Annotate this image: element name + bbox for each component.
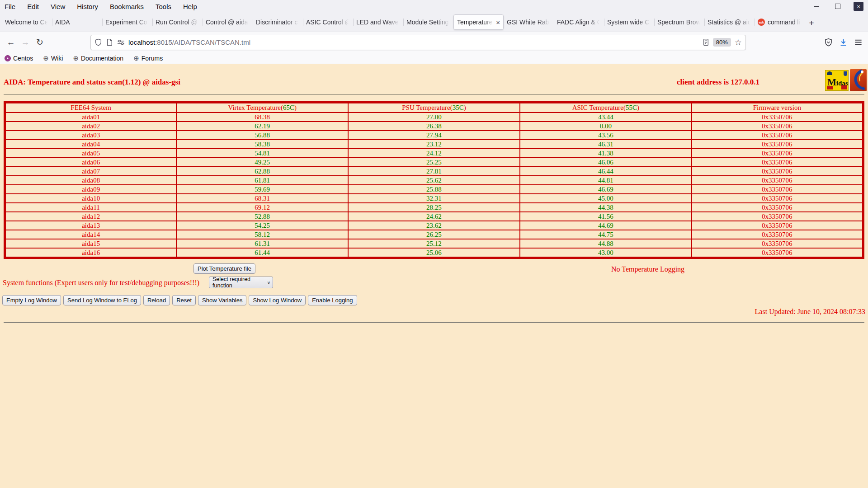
maximize-icon[interactable] [832,2,844,11]
tab-label: Temperature [457,19,494,26]
bookmark-wiki[interactable]: ⊕Wiki [43,54,63,62]
psu-temp-cell: 25.06 [348,248,520,258]
menu-history[interactable]: History [77,3,98,10]
browser-tab[interactable]: Welcome to Ce [2,14,52,30]
fee64-name-cell: aida12 [5,212,177,221]
pocket-save-icon[interactable] [824,38,833,47]
menu-bar: FileEditViewHistoryBookmarksToolsHelp × [0,0,868,13]
table-row: aida0554.8124.1241.380x3350706 [5,149,863,158]
column-header: ASIC Temperature(55C) [520,103,692,113]
menu-help[interactable]: Help [183,3,197,10]
tab-close-icon[interactable]: × [494,19,500,26]
psu-temp-cell: 27.00 [348,113,520,122]
header-threshold: 55C [626,104,637,111]
table-row: aida0458.3823.1246.310x3350706 [5,140,863,149]
browser-tab[interactable]: Discriminator c [253,14,303,30]
browser-tab[interactable]: ASIC Control @ [303,14,353,30]
browser-tab[interactable]: Spectrum Brow [654,14,704,30]
function-select[interactable]: Select required function ∨ [209,277,273,288]
header-threshold: 65C [283,104,294,111]
virtex-temp-cell: 62.19 [176,122,348,131]
psu-temp-cell: 25.12 [348,239,520,248]
empty-log-window-button[interactable]: Empty Log Window [2,295,61,305]
action-button-row: Empty Log WindowSend Log Window to ELogR… [2,295,357,305]
browser-tab[interactable]: AIDA [52,14,102,30]
reader-mode-icon[interactable] [703,38,709,46]
bookmark-forums[interactable]: ⊕Forums [133,54,163,62]
firmware-cell: 0x3350706 [692,230,863,239]
tab-label: Spectrum Brow [657,19,701,26]
menu-view[interactable]: View [51,3,65,10]
reset-button[interactable]: Reset [172,295,196,305]
browser-tab[interactable]: System wide C [604,14,654,30]
bookmark-centos[interactable]: Centos [5,55,33,62]
browser-tab[interactable]: Module Setting [403,14,453,30]
menu-edit[interactable]: Edit [27,3,39,10]
fee64-name-cell: aida13 [5,221,177,230]
browser-tab[interactable]: Temperature× [453,14,504,30]
menu-file[interactable]: File [5,3,15,10]
psu-temp-cell: 27.94 [348,131,520,140]
back-icon[interactable]: ← [4,36,18,49]
firmware-cell: 0x3350706 [692,221,863,230]
browser-tab[interactable]: FADC Align & C [554,14,604,30]
reload-button[interactable]: Reload [143,295,170,305]
browser-tab[interactable]: Control @ aida [203,14,253,30]
header-label: Firmware version [753,104,801,111]
close-icon[interactable]: × [854,2,863,11]
show-variables-button[interactable]: Show Variables [198,295,246,305]
fee64-name-cell: aida02 [5,122,177,131]
browser-tab[interactable]: Experiment Co [102,14,152,30]
enable-logging-button[interactable]: Enable Logging [308,295,357,305]
bookmark-star-icon[interactable]: ☆ [735,38,742,47]
plot-temperature-button[interactable]: Plot Temperature file [193,263,255,274]
browser-tab[interactable]: GSI White Rab [504,14,554,30]
bookmark-documentation[interactable]: ⊕Documentation [73,54,123,62]
table-row: aida0861.8125.6244.810x3350706 [5,176,863,185]
psu-temp-cell: 23.12 [348,140,520,149]
virtex-temp-cell: 54.25 [176,221,348,230]
column-header: PSU Temperature(35C) [348,103,520,113]
temperature-table: FEE64 SystemVirtex Temperature(65C)PSU T… [4,101,864,259]
browser-chrome: FileEditViewHistoryBookmarksToolsHelp × … [0,0,868,64]
menu-tools[interactable]: Tools [156,3,171,10]
tab-label: AIDA [55,19,99,26]
header-label: ) [294,104,297,111]
minimize-icon[interactable] [810,2,822,11]
fee64-name-cell: aida05 [5,149,177,158]
menu-bookmarks[interactable]: Bookmarks [110,3,144,10]
url-bar[interactable]: localhost:8015/AIDA/TSCAN/TSCAN.tml 80% … [90,35,746,50]
send-log-window-to-elog-button[interactable]: Send Log Window to ELog [63,295,141,305]
new-tab-button[interactable]: + [805,16,818,30]
show-log-window-button[interactable]: Show Log Window [249,295,306,305]
tab-strip: Welcome to CeAIDAExperiment CoRun Contro… [2,14,805,30]
asic-temp-cell: 44.81 [520,176,692,185]
table-row: aida1252.8824.6241.560x3350706 [5,212,863,221]
table-row: aida0356.8827.9443.560x3350706 [5,131,863,140]
forward-icon[interactable]: → [18,36,33,49]
ask-favicon: ask [758,19,765,26]
reload-icon[interactable]: ↻ [33,36,47,49]
tab-label: GSI White Rab [507,19,551,26]
function-select-value: Select required function [212,276,264,289]
psu-temp-cell: 24.12 [348,149,520,158]
menu-hamburger-icon[interactable] [854,38,863,47]
zoom-level-button[interactable]: 80% [713,38,731,47]
asic-temp-cell: 43.56 [520,131,692,140]
download-icon[interactable] [839,38,848,47]
tab-label: Module Setting [406,19,450,26]
fee64-name-cell: aida08 [5,176,177,185]
psu-temp-cell: 26.38 [348,122,520,131]
tab-label: Experiment Co [105,19,149,26]
browser-tab[interactable]: askcommand li [755,14,805,30]
browser-tab[interactable]: Run Control @ [152,14,203,30]
firmware-cell: 0x3350706 [692,194,863,203]
globe-icon: ⊕ [43,54,49,62]
browser-tab[interactable]: LED and Wavef [353,14,403,30]
virtex-temp-cell: 61.81 [176,176,348,185]
asic-temp-cell: 46.44 [520,167,692,176]
browser-tab[interactable]: Statistics @ aid [704,14,755,30]
asic-temp-cell: 44.69 [520,221,692,230]
fee64-name-cell: aida09 [5,185,177,194]
page-title: AIDA: Temperature and status scan(1.12) … [4,78,180,87]
